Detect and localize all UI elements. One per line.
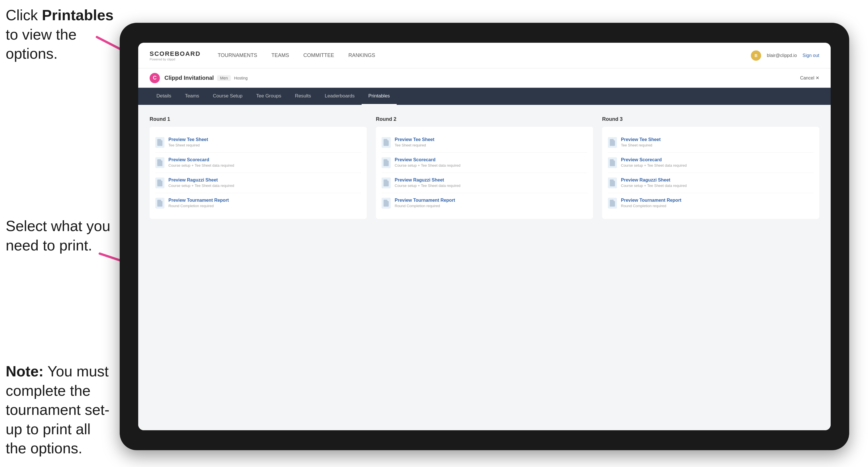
tournament-report-icon-r1 xyxy=(155,198,164,209)
round-2-tournament-report-text: Preview Tournament Report Round Completi… xyxy=(395,198,455,208)
round-2-tournament-report-title[interactable]: Preview Tournament Report xyxy=(395,198,455,203)
round-1-scorecard-sub: Course setup + Tee Sheet data required xyxy=(168,163,234,167)
nav-link-committee[interactable]: COMMITTEE xyxy=(304,51,334,60)
user-avatar: B xyxy=(751,51,761,61)
round-2-scorecard-sub: Course setup + Tee Sheet data required xyxy=(395,163,461,167)
round-1-raguzzi[interactable]: Preview Raguzzi Sheet Course setup + Tee… xyxy=(155,173,361,193)
round-2-tee-sheet-text: Preview Tee Sheet Tee Sheet required xyxy=(395,137,434,147)
round-2-title: Round 2 xyxy=(376,116,593,122)
round-3-scorecard[interactable]: Preview Scorecard Course setup + Tee She… xyxy=(608,153,813,173)
sub-header: C Clippd Invitational Men Hosting Cancel… xyxy=(138,68,831,88)
round-1-tournament-report-sub: Round Completion required xyxy=(168,204,229,208)
round-2-tee-sheet[interactable]: Preview Tee Sheet Tee Sheet required xyxy=(381,132,587,153)
rounds-grid: Round 1 Preview Tee Sheet Tee Sheet requ… xyxy=(150,116,819,219)
tab-bar: Details Teams Course Setup Tee Groups Re… xyxy=(138,88,831,105)
tab-details[interactable]: Details xyxy=(150,88,178,105)
annotation-bottom-text: Note: You must complete the tournament s… xyxy=(6,363,110,457)
round-1-scorecard-title[interactable]: Preview Scorecard xyxy=(168,157,234,162)
round-3-tee-sheet-text: Preview Tee Sheet Tee Sheet required xyxy=(621,137,660,147)
round-2-scorecard-title[interactable]: Preview Scorecard xyxy=(395,157,461,162)
top-nav: SCOREBOARD Powered by clippd TOURNAMENTS… xyxy=(138,43,831,68)
nav-link-teams[interactable]: TEAMS xyxy=(272,51,289,60)
tee-sheet-icon-r2 xyxy=(381,137,391,148)
round-1-card: Preview Tee Sheet Tee Sheet required Pre… xyxy=(150,127,367,219)
round-3-raguzzi[interactable]: Preview Raguzzi Sheet Course setup + Tee… xyxy=(608,173,813,193)
tab-course-setup[interactable]: Course Setup xyxy=(206,88,249,105)
round-1-tee-sheet-text: Preview Tee Sheet Tee Sheet required xyxy=(168,137,208,147)
scoreboard-sub: Powered by clippd xyxy=(150,58,200,61)
scoreboard-logo: SCOREBOARD Powered by clippd xyxy=(150,50,200,61)
round-2-scorecard-text: Preview Scorecard Course setup + Tee She… xyxy=(395,157,461,167)
round-1-tee-sheet-title[interactable]: Preview Tee Sheet xyxy=(168,137,208,142)
annotation-bottom: Note: You must complete the tournament s… xyxy=(6,362,114,458)
round-3-tournament-report-sub: Round Completion required xyxy=(621,204,681,208)
round-2-tee-sheet-sub: Tee Sheet required xyxy=(395,143,434,147)
round-1-title: Round 1 xyxy=(150,116,367,122)
scorecard-icon-r2 xyxy=(381,157,391,168)
round-3-title: Round 3 xyxy=(602,116,819,122)
round-1-raguzzi-sub: Course setup + Tee Sheet data required xyxy=(168,184,234,188)
raguzzi-icon-r3 xyxy=(608,178,617,188)
round-1-raguzzi-title[interactable]: Preview Raguzzi Sheet xyxy=(168,178,234,183)
round-2-tee-sheet-title[interactable]: Preview Tee Sheet xyxy=(395,137,434,142)
tab-results[interactable]: Results xyxy=(288,88,318,105)
scoreboard-title: SCOREBOARD xyxy=(150,50,200,58)
tournament-status: Hosting xyxy=(234,76,248,80)
tournament-report-icon-r3 xyxy=(608,198,617,209)
round-2-section: Round 2 Preview Tee Sheet Tee Sheet requ… xyxy=(376,116,593,219)
tab-teams[interactable]: Teams xyxy=(178,88,206,105)
main-content: Round 1 Preview Tee Sheet Tee Sheet requ… xyxy=(138,105,831,430)
round-3-scorecard-text: Preview Scorecard Course setup + Tee She… xyxy=(621,157,687,167)
round-3-tee-sheet-sub: Tee Sheet required xyxy=(621,143,660,147)
round-3-raguzzi-title[interactable]: Preview Raguzzi Sheet xyxy=(621,178,687,183)
tab-tee-groups[interactable]: Tee Groups xyxy=(249,88,288,105)
round-3-tee-sheet[interactable]: Preview Tee Sheet Tee Sheet required xyxy=(608,132,813,153)
tab-printables[interactable]: Printables xyxy=(362,88,397,105)
tee-sheet-icon-r3 xyxy=(608,137,617,148)
round-1-tournament-report[interactable]: Preview Tournament Report Round Completi… xyxy=(155,193,361,213)
annotation-mid-text: Select what you need to print. xyxy=(6,218,110,254)
tablet-screen: SCOREBOARD Powered by clippd TOURNAMENTS… xyxy=(138,43,831,430)
round-2-card: Preview Tee Sheet Tee Sheet required Pre… xyxy=(376,127,593,219)
round-3-tee-sheet-title[interactable]: Preview Tee Sheet xyxy=(621,137,660,142)
tab-leaderboards[interactable]: Leaderboards xyxy=(318,88,362,105)
user-email: blair@clippd.io xyxy=(767,53,797,58)
tournament-name: Clippd Invitational xyxy=(164,75,214,81)
round-1-tournament-report-title[interactable]: Preview Tournament Report xyxy=(168,198,229,203)
sign-out-link[interactable]: Sign out xyxy=(802,53,819,58)
round-3-tournament-report-title[interactable]: Preview Tournament Report xyxy=(621,198,681,203)
raguzzi-icon-r1 xyxy=(155,178,164,188)
round-1-raguzzi-text: Preview Raguzzi Sheet Course setup + Tee… xyxy=(168,178,234,188)
round-3-tournament-report-text: Preview Tournament Report Round Completi… xyxy=(621,198,681,208)
round-1-tee-sheet-sub: Tee Sheet required xyxy=(168,143,208,147)
round-2-tournament-report[interactable]: Preview Tournament Report Round Completi… xyxy=(381,193,587,213)
scorecard-icon-r1 xyxy=(155,157,164,168)
round-3-scorecard-sub: Course setup + Tee Sheet data required xyxy=(621,163,687,167)
cancel-button[interactable]: Cancel ✕ xyxy=(800,75,819,81)
nav-link-tournaments[interactable]: TOURNAMENTS xyxy=(218,51,257,60)
tournament-badge: Men xyxy=(217,75,230,81)
raguzzi-icon-r2 xyxy=(381,178,391,188)
round-2-raguzzi[interactable]: Preview Raguzzi Sheet Course setup + Tee… xyxy=(381,173,587,193)
round-2-tournament-report-sub: Round Completion required xyxy=(395,204,455,208)
round-1-scorecard-text: Preview Scorecard Course setup + Tee She… xyxy=(168,157,234,167)
top-nav-right: B blair@clippd.io Sign out xyxy=(751,51,819,61)
tournament-report-icon-r2 xyxy=(381,198,391,209)
round-3-scorecard-title[interactable]: Preview Scorecard xyxy=(621,157,687,162)
tournament-logo: C xyxy=(150,73,160,83)
round-1-scorecard[interactable]: Preview Scorecard Course setup + Tee She… xyxy=(155,153,361,173)
round-3-card: Preview Tee Sheet Tee Sheet required Pre… xyxy=(602,127,819,219)
round-1-section: Round 1 Preview Tee Sheet Tee Sheet requ… xyxy=(150,116,367,219)
top-nav-links: TOURNAMENTS TEAMS COMMITTEE RANKINGS xyxy=(218,51,751,60)
nav-link-rankings[interactable]: RANKINGS xyxy=(348,51,375,60)
round-2-raguzzi-sub: Course setup + Tee Sheet data required xyxy=(395,184,461,188)
tablet-device: SCOREBOARD Powered by clippd TOURNAMENTS… xyxy=(120,23,849,450)
round-2-scorecard[interactable]: Preview Scorecard Course setup + Tee She… xyxy=(381,153,587,173)
round-3-raguzzi-text: Preview Raguzzi Sheet Course setup + Tee… xyxy=(621,178,687,188)
tee-sheet-icon-r1 xyxy=(155,137,164,148)
round-3-tournament-report[interactable]: Preview Tournament Report Round Completi… xyxy=(608,193,813,213)
round-2-raguzzi-title[interactable]: Preview Raguzzi Sheet xyxy=(395,178,461,183)
round-1-tee-sheet[interactable]: Preview Tee Sheet Tee Sheet required xyxy=(155,132,361,153)
scorecard-icon-r3 xyxy=(608,157,617,168)
round-2-raguzzi-text: Preview Raguzzi Sheet Course setup + Tee… xyxy=(395,178,461,188)
